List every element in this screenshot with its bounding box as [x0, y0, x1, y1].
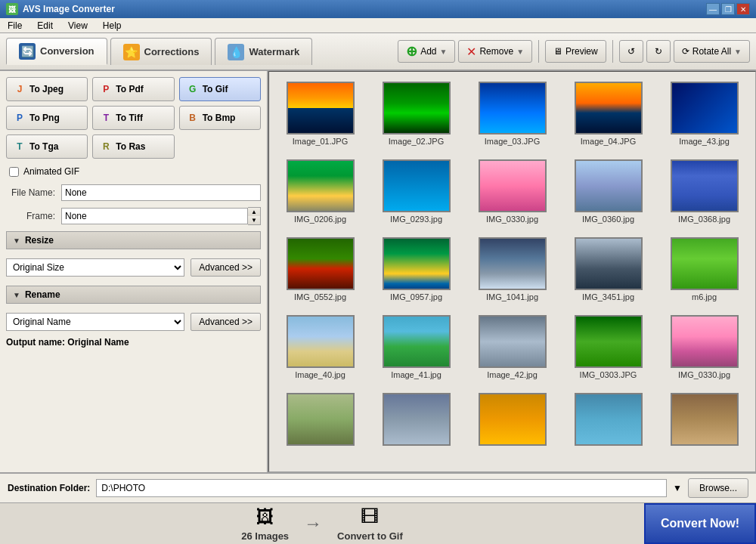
file-name-input[interactable]	[61, 184, 261, 201]
convert-now-button[interactable]: Convert Now!	[644, 503, 756, 544]
frame-spin-down[interactable]: ▼	[248, 216, 260, 224]
rename-section: ▼ Rename Original Name Custom Name Advan…	[6, 286, 261, 351]
format-tga-button[interactable]: T To Tga	[6, 134, 88, 159]
format-png-button[interactable]: P To Png	[6, 106, 88, 130]
output-name-value: Original Name	[67, 337, 129, 348]
gif-label: To Gif	[203, 84, 228, 94]
menu-file[interactable]: File	[3, 19, 26, 32]
animated-gif-label[interactable]: Animated GIF	[23, 166, 79, 177]
corrections-tab-label: Corrections	[144, 46, 200, 57]
toolbar-separator	[538, 40, 539, 63]
format-tiff-button[interactable]: T To Tiff	[92, 106, 174, 130]
thumb-name: IMG_3451.jpg	[582, 292, 634, 301]
image-thumb[interactable]: IMG_0552.jpg	[275, 233, 365, 305]
thumb-name: Image_03.JPG	[485, 137, 540, 146]
main-toolbar: 🔄 Conversion ⭐ Corrections 💧 Watermark ⊕…	[0, 33, 756, 71]
conversion-tab-icon: 🔄	[19, 43, 36, 60]
rename-dropdown[interactable]: Original Name Custom Name	[6, 313, 184, 331]
destination-input[interactable]	[96, 479, 667, 497]
tiff-label: To Tiff	[116, 113, 143, 123]
image-thumb[interactable]: Image_41.jpg	[371, 311, 461, 383]
rotate-all-button[interactable]: ⟳ Rotate All ▼	[674, 40, 750, 63]
image-thumb[interactable]: Image_02.JPG	[371, 78, 461, 150]
image-thumb[interactable]: IMG_1041.jpg	[467, 233, 557, 305]
close-button[interactable]: ✕	[736, 3, 750, 15]
frame-spin-buttons: ▲ ▼	[248, 207, 261, 225]
image-thumb[interactable]: Image_04.JPG	[563, 78, 653, 150]
format-ras-button[interactable]: R To Ras	[92, 134, 174, 159]
main-content: J To Jpeg P To Pdf G To Gif P To Png T T…	[0, 71, 756, 472]
resize-dropdown[interactable]: Original Size Custom Size Percentage	[6, 258, 184, 277]
format-jpeg-button[interactable]: J To Jpeg	[6, 77, 88, 101]
thumb-name: IMG_0293.jpg	[390, 215, 442, 224]
image-thumb[interactable]: IMG_0330.jpg	[659, 311, 749, 383]
image-thumb[interactable]	[563, 389, 653, 452]
rename-arrow-icon: ▼	[13, 291, 20, 299]
tab-conversion[interactable]: 🔄 Conversion	[6, 38, 107, 65]
png-label: To Png	[29, 113, 60, 123]
thumb-frame	[575, 237, 643, 290]
image-thumb[interactable]: IMG_0368.jpg	[659, 156, 749, 227]
image-thumb[interactable]	[467, 389, 557, 452]
menu-help[interactable]: Help	[98, 19, 126, 32]
image-thumb[interactable]	[659, 389, 749, 452]
image-thumb[interactable]: IMG_0330.jpg	[467, 156, 557, 227]
browse-button[interactable]: Browse...	[688, 478, 748, 498]
restore-button[interactable]: ❐	[721, 3, 735, 15]
resize-controls: Original Size Custom Size Percentage Adv…	[6, 255, 261, 280]
remove-icon: ✕	[466, 45, 476, 59]
menu-view[interactable]: View	[64, 19, 92, 32]
add-button[interactable]: ⊕ Add ▼	[398, 40, 455, 63]
destination-label: Destination Folder:	[8, 483, 90, 493]
format-gif-button[interactable]: G To Gif	[179, 77, 261, 101]
image-thumb[interactable]	[275, 389, 365, 452]
resize-advanced-button[interactable]: Advanced >>	[191, 258, 261, 277]
format-pdf-button[interactable]: P To Pdf	[92, 77, 174, 101]
image-grid-panel[interactable]: Image_01.JPGImage_02.JPGImage_03.JPGImag…	[268, 71, 756, 472]
thumb-name: Image_42.jpg	[487, 370, 538, 379]
thumb-name: IMG_0330.jpg	[486, 215, 538, 224]
image-thumb[interactable]: Image_40.jpg	[275, 311, 365, 383]
image-thumb[interactable]: Image_43.jpg	[659, 78, 749, 150]
format-bmp-button[interactable]: B To Bmp	[179, 106, 261, 130]
frame-input[interactable]	[61, 208, 248, 224]
rotate-left-button[interactable]: ↺	[619, 40, 643, 63]
image-thumb[interactable]: IMG_0957.jpg	[371, 233, 461, 305]
ras-icon: R	[99, 140, 113, 153]
remove-button[interactable]: ✕ Remove ▼	[458, 40, 532, 63]
image-thumb[interactable]	[371, 389, 461, 452]
image-thumb[interactable]: IMG_3451.jpg	[563, 233, 653, 305]
rotate-all-icon: ⟳	[682, 46, 689, 57]
rename-advanced-button[interactable]: Advanced >>	[191, 313, 261, 331]
image-thumb[interactable]: Image_03.JPG	[467, 78, 557, 150]
animated-gif-checkbox[interactable]	[9, 167, 19, 177]
thumb-name: Image_41.jpg	[391, 370, 442, 379]
add-label: Add	[420, 46, 436, 57]
image-thumb[interactable]: IMG_0303.JPG	[563, 311, 653, 383]
tab-corrections[interactable]: ⭐ Corrections	[110, 38, 212, 65]
frame-spin-up[interactable]: ▲	[248, 208, 260, 216]
preview-button[interactable]: 🖥 Preview	[545, 40, 606, 63]
destination-dropdown-arrow[interactable]: ▼	[673, 483, 682, 493]
resize-header[interactable]: ▼ Resize	[6, 231, 261, 249]
image-thumb[interactable]: IMG_0293.jpg	[371, 156, 461, 227]
image-thumb[interactable]: Image_42.jpg	[467, 311, 557, 383]
thumb-frame	[479, 159, 547, 212]
resize-section: ▼ Resize Original Size Custom Size Perce…	[6, 231, 261, 280]
thumb-frame	[575, 159, 643, 212]
image-thumb[interactable]: IMG_0206.jpg	[275, 156, 365, 227]
menu-edit[interactable]: Edit	[33, 19, 57, 32]
rename-header[interactable]: ▼ Rename	[6, 286, 261, 304]
file-name-label: File Name:	[6, 187, 55, 198]
jpeg-icon: J	[13, 82, 26, 96]
image-thumb[interactable]: Image_01.JPG	[275, 78, 365, 150]
image-thumb[interactable]: IMG_0360.jpg	[563, 156, 653, 227]
thumb-name: IMG_0206.jpg	[294, 215, 346, 224]
tab-watermark[interactable]: 💧 Watermark	[215, 38, 312, 65]
pdf-icon: P	[99, 82, 113, 96]
rotate-right-button[interactable]: ↻	[646, 40, 671, 63]
app-icon: 🖼	[6, 3, 18, 15]
minimize-button[interactable]: —	[706, 3, 720, 15]
thumb-name: IMG_0360.jpg	[582, 215, 634, 224]
image-thumb[interactable]: m6.jpg	[659, 233, 749, 305]
